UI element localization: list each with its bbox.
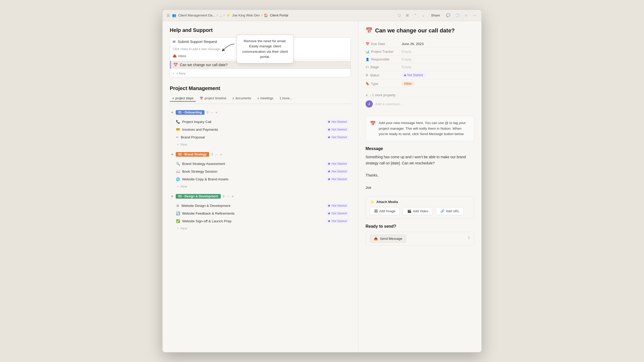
- tab-project-timeline[interactable]: 📅 project timeline: [197, 95, 229, 102]
- tab-meetings[interactable]: ≡ meetings: [255, 95, 276, 102]
- prop-project-tracker-value[interactable]: Empty: [402, 50, 411, 54]
- task-row[interactable]: ✅ Website Sign-off & Launch Prep Not Sta…: [170, 217, 351, 225]
- calendar-icon: 📅: [173, 63, 178, 67]
- status-dot: [328, 220, 330, 222]
- group-toggle-brand[interactable]: ▼: [171, 153, 174, 156]
- prop-due-date-label: 📅 Due Date: [366, 42, 402, 46]
- comment-icon[interactable]: 💬: [445, 12, 451, 18]
- tab-more[interactable]: 1 more...: [277, 95, 295, 102]
- add-image-button[interactable]: 🖼 Add Image: [370, 207, 400, 215]
- group-toggle-onboarding[interactable]: ▼: [171, 111, 174, 114]
- group-dots-brand[interactable]: ···: [215, 152, 218, 156]
- group-badge-brand[interactable]: 02 - Brand Strategy: [176, 152, 209, 157]
- task-row[interactable]: ✏ Brand Proposal Not Started: [170, 133, 351, 141]
- message-body: Something has come up and I won't be abl…: [366, 154, 474, 191]
- status-badge[interactable]: Not Started: [326, 127, 349, 131]
- status-badge[interactable]: Not Started: [326, 169, 349, 173]
- inbox-icon: 📥: [173, 54, 177, 58]
- task-left: 💳 Invoices and Payments: [176, 128, 218, 131]
- task-label: Book Strategy Session: [182, 170, 217, 173]
- more-icon[interactable]: ⋯: [472, 12, 477, 18]
- message-section-label: Message: [366, 146, 474, 151]
- group-toggle-design[interactable]: ▼: [171, 195, 174, 198]
- feedback-icon: 🔄: [176, 211, 180, 215]
- group-header-design: ▼ 03 - Design & Development 3 ··· +: [170, 192, 351, 201]
- calendar-tab-icon: 📅: [200, 97, 203, 100]
- breadcrumb-ellipsis[interactable]: ...: [219, 13, 222, 17]
- layout-icon[interactable]: ⊞: [405, 12, 410, 18]
- prop-due-date-value[interactable]: June 26, 2023: [402, 42, 424, 46]
- task-label: Brand Strategy Assessment: [182, 162, 225, 166]
- prop-stage-label: 🏷 Stage: [366, 65, 402, 69]
- more-properties-button[interactable]: ∨ ↓ 1 more property: [366, 93, 474, 97]
- new-message-button[interactable]: + + New: [170, 70, 351, 77]
- status-badge[interactable]: Not Started: [326, 162, 349, 166]
- task-row[interactable]: 📖 Book Strategy Session Not Started: [170, 167, 351, 175]
- stage-icon: 🏷: [366, 65, 369, 69]
- pm-section: Project Management ≡ project steps 📅 pro…: [170, 85, 351, 232]
- group-dots-design[interactable]: ···: [226, 194, 230, 198]
- nav-up-icon[interactable]: ⌃: [413, 12, 418, 18]
- task-row[interactable]: 💳 Invoices and Payments Not Started: [170, 126, 351, 133]
- task-left: 🌐 Website Copy & Brand Assets: [176, 177, 228, 181]
- expand-icon[interactable]: ⬡: [397, 12, 402, 18]
- assessment-icon: 🔍: [176, 162, 180, 166]
- task-row[interactable]: 🌐 Website Copy & Brand Assets Not Starte…: [170, 175, 351, 183]
- share-button[interactable]: Share: [429, 12, 442, 18]
- tab-project-steps[interactable]: ≡ project steps: [170, 95, 196, 102]
- breadcrumb-item-db[interactable]: 👥 Client Management Da...: [172, 13, 215, 17]
- status-dot: [328, 163, 330, 165]
- avatar: J: [366, 100, 373, 108]
- status-dot: [328, 213, 330, 214]
- tab-documents[interactable]: ≡ documents: [230, 95, 254, 102]
- prop-type-badge[interactable]: Inbox: [402, 81, 414, 86]
- status-badge[interactable]: Not Started: [326, 177, 349, 181]
- submit-support-label: Submit Support Request: [178, 40, 217, 44]
- prop-type: 🔖 Type Inbox: [366, 80, 474, 88]
- group-plus-onboarding[interactable]: +: [215, 110, 217, 114]
- task-row[interactable]: 🖥 Website Design & Development Not Start…: [170, 202, 351, 209]
- doc-icon: ≡: [232, 97, 234, 100]
- title-bar: ☰ 👥 Client Management Da... / ... / ⚡ Jo…: [163, 10, 481, 21]
- status-badge[interactable]: Not Started: [326, 211, 349, 215]
- task-label: Website Sign-off & Launch Prep: [182, 219, 232, 223]
- task-label: Invoices and Payments: [182, 128, 218, 131]
- prop-status-badge[interactable]: Not Started: [402, 73, 426, 77]
- status-badge[interactable]: Not Started: [326, 204, 349, 208]
- comment-input[interactable]: Add a comment...: [375, 102, 403, 106]
- send-message-button[interactable]: 📤 Send Message: [370, 235, 406, 243]
- group-plus-design[interactable]: +: [232, 194, 234, 198]
- add-url-button[interactable]: 🔗 Add URL: [436, 207, 464, 215]
- status-badge[interactable]: Not Started: [326, 135, 349, 139]
- message-label: Can we change our call date?: [180, 63, 227, 67]
- add-new-onboarding[interactable]: + New: [170, 141, 351, 148]
- add-new-brand[interactable]: + New: [170, 183, 351, 190]
- breadcrumb-joe-king[interactable]: ⚡ Joe King Web Dev: [226, 13, 260, 17]
- group-count-onboarding: 3: [207, 111, 208, 114]
- nav-down-icon[interactable]: ⌄: [421, 12, 426, 18]
- help-heading: Help and Support: [170, 27, 351, 33]
- help-question-icon[interactable]: ?: [468, 236, 470, 241]
- tooltip-arrow: [222, 43, 236, 53]
- task-row[interactable]: 📞 Project Inquiry Call Not Started: [170, 118, 351, 126]
- task-left: ✅ Website Sign-off & Launch Prep: [176, 219, 232, 223]
- star-icon[interactable]: ☆: [464, 12, 469, 18]
- group-badge-design[interactable]: 03 - Design & Development: [176, 194, 221, 199]
- group-header-brand: ▼ 02 - Brand Strategy 3 ··· +: [170, 150, 351, 159]
- group-plus-brand[interactable]: +: [220, 152, 222, 156]
- add-new-design[interactable]: + New: [170, 225, 351, 232]
- person-icon: 👤: [366, 58, 369, 61]
- status-badge[interactable]: Not Started: [326, 120, 349, 124]
- add-video-button[interactable]: 🎬 Add Video: [403, 207, 433, 215]
- hamburger-icon[interactable]: ☰: [167, 13, 170, 17]
- clock-icon[interactable]: 🕐: [454, 12, 461, 18]
- prop-responsible-value[interactable]: Empty: [402, 57, 411, 61]
- breadcrumb-client-portal[interactable]: 🏠 Client Portal: [264, 13, 288, 17]
- group-badge-onboarding[interactable]: 01 - Onboarding: [176, 110, 205, 115]
- task-row[interactable]: 🔍 Brand Strategy Assessment Not Started: [170, 160, 351, 167]
- prop-stage-value[interactable]: Empty: [402, 65, 411, 69]
- pm-heading: Project Management: [170, 85, 351, 91]
- task-row[interactable]: 🔄 Website Feedback & Refinements Not Sta…: [170, 209, 351, 217]
- status-badge[interactable]: Not Started: [326, 219, 349, 223]
- group-dots-onboarding[interactable]: ···: [210, 110, 214, 114]
